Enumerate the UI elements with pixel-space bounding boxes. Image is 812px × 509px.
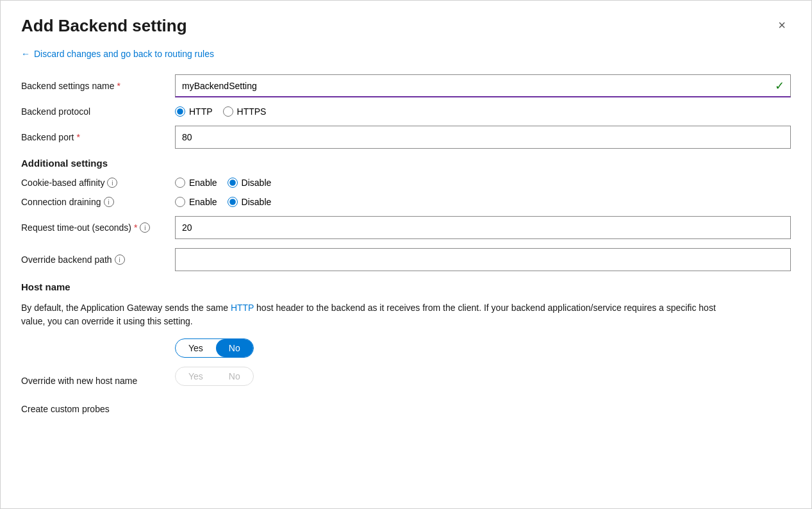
cookie-affinity-enable-label: Enable — [189, 178, 217, 188]
connection-draining-radio-group: Enable Disable — [175, 197, 271, 207]
cookie-affinity-disable-option[interactable]: Disable — [228, 178, 272, 188]
check-mark-icon: ✓ — [775, 79, 784, 93]
connection-draining-enable-option[interactable]: Enable — [175, 197, 217, 207]
cookie-affinity-enable-radio[interactable] — [175, 178, 185, 188]
override-new-host-row: Override with new host name Yes No — [21, 367, 791, 395]
host-name-yes-button[interactable]: Yes — [176, 339, 216, 357]
backend-settings-name-input[interactable] — [175, 74, 791, 97]
cookie-affinity-row: Cookie-based affinity i Enable Disable — [21, 178, 791, 188]
cookie-affinity-disable-radio[interactable] — [228, 178, 238, 188]
protocol-http-label: HTTP — [189, 106, 213, 117]
create-custom-probes-label: Create custom probes — [21, 404, 110, 414]
host-name-section: Host name By default, the Application Ga… — [21, 281, 791, 414]
request-timeout-info-icon[interactable]: i — [140, 222, 150, 233]
panel-title: Add Backend setting — [21, 16, 187, 36]
connection-draining-disable-radio[interactable] — [228, 197, 238, 207]
override-new-host-no-button: No — [216, 367, 253, 385]
request-timeout-label: Request time-out (seconds) * i — [21, 222, 175, 233]
cookie-affinity-enable-option[interactable]: Enable — [175, 178, 217, 188]
required-star-name: * — [117, 81, 120, 91]
required-star-timeout: * — [134, 222, 137, 233]
override-backend-path-input[interactable] — [175, 248, 791, 271]
host-name-no-button[interactable]: No — [216, 339, 253, 357]
connection-draining-info-icon[interactable]: i — [104, 197, 114, 207]
protocol-http-option[interactable]: HTTP — [175, 106, 213, 117]
override-new-host-yes-button: Yes — [176, 367, 216, 385]
create-custom-probes-row: Create custom probes — [21, 404, 791, 414]
backend-port-input[interactable] — [175, 126, 791, 149]
override-backend-path-label: Override backend path i — [21, 254, 175, 265]
host-name-description: By default, the Application Gateway send… — [21, 301, 726, 328]
back-arrow-icon: ← — [21, 49, 30, 59]
add-backend-setting-panel: Add Backend setting × ← Discard changes … — [0, 0, 812, 509]
override-new-host-toggle-pill: Yes No — [175, 367, 254, 386]
backend-protocol-radio-group: HTTP HTTPS — [175, 106, 266, 117]
connection-draining-disable-option[interactable]: Disable — [228, 197, 272, 207]
cookie-affinity-info-icon[interactable]: i — [107, 178, 117, 188]
backend-settings-name-label: Backend settings name * — [21, 81, 175, 91]
cookie-affinity-radio-group: Enable Disable — [175, 178, 271, 188]
host-name-heading: Host name — [21, 281, 791, 292]
override-new-host-toggle-group: Yes No — [175, 367, 254, 386]
override-backend-path-row: Override backend path i — [21, 248, 791, 271]
host-name-toggle-group: Yes No — [175, 338, 791, 358]
protocol-https-radio[interactable] — [223, 106, 233, 117]
backend-port-label: Backend port * — [21, 132, 175, 142]
request-timeout-row: Request time-out (seconds) * i — [21, 216, 791, 239]
backend-settings-name-input-wrapper: ✓ — [175, 74, 791, 97]
backend-protocol-label: Backend protocol — [21, 106, 175, 117]
connection-draining-disable-label: Disable — [242, 197, 272, 207]
protocol-https-label: HTTPS — [237, 106, 267, 117]
backend-settings-name-row: Backend settings name * ✓ — [21, 74, 791, 97]
backend-port-row: Backend port * — [21, 126, 791, 149]
host-name-toggle-pill: Yes No — [175, 338, 254, 358]
http-link[interactable]: HTTP — [231, 303, 254, 313]
override-new-host-label: Override with new host name — [21, 376, 175, 386]
connection-draining-enable-label: Enable — [189, 197, 217, 207]
panel-header: Add Backend setting × — [21, 16, 791, 36]
protocol-http-radio[interactable] — [175, 106, 185, 117]
close-button[interactable]: × — [773, 16, 791, 34]
request-timeout-input[interactable] — [175, 216, 791, 239]
cookie-affinity-label: Cookie-based affinity i — [21, 178, 175, 188]
override-backend-path-info-icon[interactable]: i — [115, 254, 125, 265]
required-star-port: * — [77, 132, 80, 142]
back-link-text: Discard changes and go back to routing r… — [34, 49, 214, 59]
connection-draining-label: Connection draining i — [21, 197, 175, 207]
backend-protocol-row: Backend protocol HTTP HTTPS — [21, 106, 791, 117]
additional-settings-heading: Additional settings — [21, 158, 791, 169]
connection-draining-row: Connection draining i Enable Disable — [21, 197, 791, 207]
protocol-https-option[interactable]: HTTPS — [223, 106, 267, 117]
cookie-affinity-disable-label: Disable — [242, 178, 272, 188]
connection-draining-enable-radio[interactable] — [175, 197, 185, 207]
back-link[interactable]: ← Discard changes and go back to routing… — [21, 49, 214, 59]
